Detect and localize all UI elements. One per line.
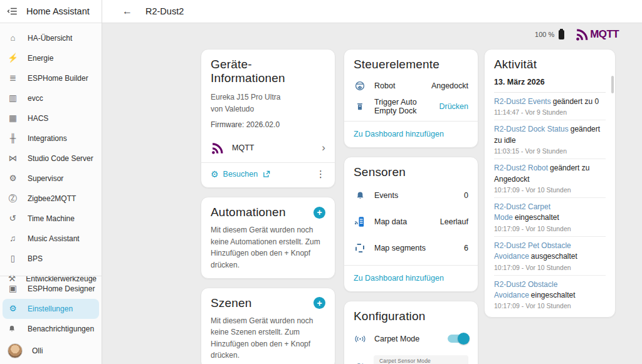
sidebar-item-evcc[interactable]: ▥evcc [0, 88, 102, 108]
automations-card: Automationen + Mit diesem Gerät wurden n… [201, 197, 335, 278]
add-scene-button[interactable]: + [313, 297, 325, 309]
back-arrow-icon[interactable]: ← [122, 6, 132, 16]
sidebar: Home Assistant ⌂HA-Übersicht ⚡Energie ≣E… [0, 0, 102, 364]
sidebar-item-benachrichtigungen[interactable]: Benachrichtigungen [0, 319, 102, 339]
sidebar-item-label: HACS [28, 114, 48, 123]
logbook-entry: R2-Dust2 Robotgeändert zu Angedockt 10:1… [494, 159, 606, 198]
entity-link[interactable]: R2-Dust2 Dock Status [494, 125, 569, 133]
entry-timestamp: 10:17:09 - Vor 10 Stunden [494, 186, 606, 194]
chip-icon: ≣ [8, 74, 18, 83]
entity-row-events[interactable]: Events 0 [354, 183, 468, 208]
empty-state-text: Mit diesem Gerät wurden noch keine Autom… [211, 224, 325, 271]
entry-action: eingeschaltet [515, 213, 559, 222]
press-button[interactable]: Drücken [439, 102, 468, 111]
card-title: Szenen [211, 296, 252, 310]
add-automation-button[interactable]: + [313, 207, 325, 219]
sidebar-nav: ⌂HA-Übersicht ⚡Energie ≣ESPHome Builder … [0, 23, 102, 289]
sidebar-item-bps[interactable]: ▯BPS [0, 249, 102, 269]
mqtt-integration-row[interactable]: MQTT › [211, 137, 325, 159]
entity-row-map-data[interactable]: Map data Leerlauf [354, 208, 468, 236]
content-area: 100 % MQTT Geräte-Informationen Eureka J… [102, 23, 642, 364]
column-entities: Steuerelemente Robot Angedockt Trigger A… [344, 49, 478, 364]
device-manufacturer: von Valetudo [211, 103, 325, 115]
sidebar-item-esphome-builder[interactable]: ≣ESPHome Builder [0, 68, 102, 88]
controls-card: Steuerelemente Robot Angedockt Trigger A… [344, 49, 478, 148]
entry-timestamp: 11:03:15 - Vor 9 Stunden [494, 147, 606, 155]
entry-action: geändert zu 0 [553, 97, 599, 106]
device-model: Eureka J15 Pro Ultra [211, 91, 325, 103]
sidebar-item-label: Einstellungen [28, 304, 73, 313]
entity-state: 0 [464, 191, 468, 200]
column-device: Geräte-Informationen Eureka J15 Pro Ultr… [201, 49, 335, 364]
gears-icon: ⚙ [8, 174, 18, 183]
topbar: ← R2-Dust2 [102, 0, 642, 23]
sidebar-item-label: ESPHome Builder [28, 74, 88, 83]
menu-open-icon[interactable] [7, 6, 18, 17]
sidebar-item-supervisor[interactable]: ⚙Supervisor [0, 169, 102, 189]
sidebar-item-label: Zigbee2MQTT [28, 194, 76, 203]
sidebar-item-label: evcc [28, 94, 43, 103]
sliders-icon: ╫ [8, 134, 18, 143]
overflow-menu-icon[interactable]: ⋮ [316, 169, 325, 180]
gear-icon: ⚙ [8, 304, 18, 313]
sidebar-item-label: Time Machine [28, 214, 75, 223]
sidebar-item-einstellungen[interactable]: ⚙Einstellungen [3, 299, 99, 319]
mqtt-logo-text: MQTT [590, 28, 619, 41]
entity-row-map-segments[interactable]: Map segments 6 [354, 236, 468, 261]
visit-button[interactable]: Besuchen [223, 170, 258, 179]
sidebar-item-label: Music Assistant [28, 234, 80, 243]
add-to-dashboard-link[interactable]: Zu Dashboard hinzufügen [354, 130, 444, 138]
sidebar-item-label: ESPHome Designer [28, 284, 95, 293]
battery-percentage: 100 % [535, 31, 554, 38]
scrollbar-thumb[interactable] [611, 76, 614, 93]
carpet-mode-toggle[interactable] [448, 335, 468, 343]
sidebar-item-zigbee2mqtt[interactable]: ⓏZigbee2MQTT [0, 189, 102, 209]
entry-timestamp: 10:17:09 - Vor 10 Stunden [494, 225, 606, 232]
card-footer: Zu Dashboard hinzufügen [344, 121, 478, 140]
entry-action: eingeschaltet [531, 291, 576, 299]
sidebar-item-hacs[interactable]: ▦HACS [0, 108, 102, 128]
sidebar-item-integrations[interactable]: ╫Integrations [0, 128, 102, 148]
sidebar-item-label: BPS [28, 254, 43, 263]
entity-label: Events [374, 191, 456, 200]
sidebar-item-label: Integrations [28, 134, 67, 143]
sidebar-item-ha-uebersicht[interactable]: ⌂HA-Übersicht [0, 28, 102, 48]
robot-vacuum-icon [354, 80, 366, 91]
add-to-dashboard-link[interactable]: Zu Dashboard hinzufügen [354, 274, 444, 283]
sidebar-item-label: Benachrichtigungen [28, 325, 94, 333]
entity-state: Angedockt [431, 81, 468, 90]
book-icon: ▯ [8, 254, 18, 263]
entity-row-trigger-empty-dock: Trigger Auto Empty Dock Drücken [354, 96, 468, 117]
home-icon: ⌂ [8, 34, 18, 43]
card-title: Sensoren [354, 165, 468, 179]
sidebar-item-label: Studio Code Server [28, 154, 93, 163]
sidebar-item-studio-code-server[interactable]: ⋈Studio Code Server [0, 148, 102, 169]
entity-link[interactable]: R2-Dust2 Events [494, 97, 551, 106]
card-title: Steuerelemente [354, 58, 468, 71]
entry-timestamp: 10:17:09 - Vor 10 Stunden [494, 264, 606, 271]
entity-label: Robot [374, 81, 423, 90]
entry-timestamp: 10:17:09 - Vor 10 Stunden [494, 302, 606, 309]
entity-row-robot[interactable]: Robot Angedockt [354, 75, 468, 96]
sidebar-item-music-assistant[interactable]: ♫Music Assistant [0, 229, 102, 249]
sidebar-divider [0, 276, 102, 276]
bell-icon [8, 325, 18, 333]
card-title: Konfiguration [354, 309, 468, 323]
sidebar-item-label: Supervisor [28, 174, 63, 183]
sidebar-item-time-machine[interactable]: ↺Time Machine [0, 209, 102, 229]
sidebar-item-esphome-designer[interactable]: ▣ESPHome Designer [0, 279, 102, 299]
device-info-card: Geräte-Informationen Eureka J15 Pro Ultr… [201, 49, 335, 188]
logbook-entry: R2-Dust2 Dock Statusgeändert zu idle 11:… [494, 120, 606, 159]
window-icon: ▣ [8, 284, 18, 293]
sensors-card: Sensoren Events 0 Map data Leerlauf Map … [344, 157, 478, 292]
sidebar-item-profile[interactable]: Olli [0, 339, 102, 363]
mqtt-logo: MQTT [575, 28, 619, 41]
sidebar-item-label: Energie [28, 54, 53, 63]
sidebar-item-energie[interactable]: ⚡Energie [0, 48, 102, 68]
music-icon: ♫ [8, 234, 18, 243]
card-title: Automationen [211, 205, 286, 219]
select-row-carpet-sensor-mode: ≋ Carpet Sensor Mode lift ▾ [354, 355, 468, 364]
entity-link[interactable]: R2-Dust2 Robot [494, 164, 548, 172]
column-activity: Aktivität 13. März 2026 R2-Dust2 Eventsg… [484, 49, 616, 326]
carpet-sensor-mode-select[interactable]: Carpet Sensor Mode lift ▾ [374, 355, 468, 364]
